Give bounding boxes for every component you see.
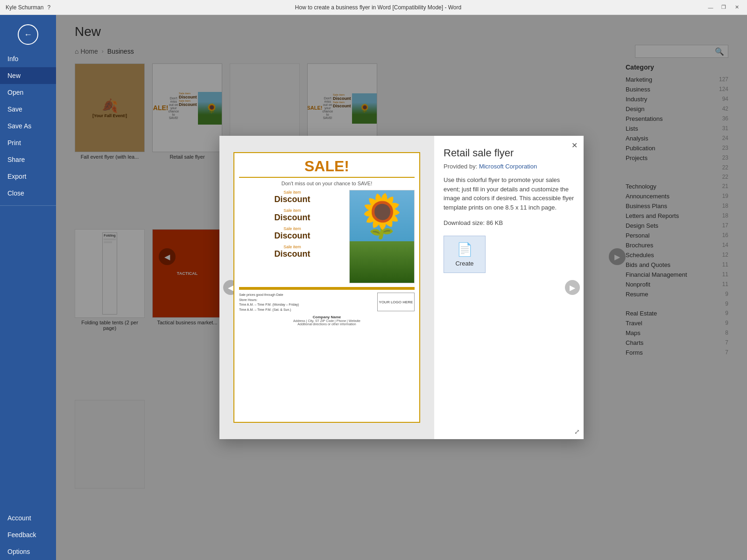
modal-provider-link[interactable]: Microsoft Corporation bbox=[479, 163, 537, 170]
sidebar-item-options[interactable]: Options bbox=[0, 543, 56, 560]
flyer-item-label-3: Sale item bbox=[239, 226, 345, 231]
sidebar-item-account[interactable]: Account bbox=[0, 510, 56, 526]
sidebar-item-save[interactable]: Save bbox=[0, 101, 56, 118]
titlebar-controls: — ❐ ✕ bbox=[706, 3, 741, 12]
flyer-items: Sale item Discount Sale item Discount Sa… bbox=[239, 190, 345, 283]
back-button[interactable]: ← bbox=[18, 24, 38, 45]
size-toggle-icon[interactable]: ⤢ bbox=[574, 428, 580, 435]
sidebar-bottom: Account Feedback Options bbox=[0, 510, 56, 560]
flyer-item-value-4: Discount bbox=[239, 249, 345, 259]
titlebar-user: Kyle Schurman ? bbox=[6, 4, 50, 11]
flyer-item-label-1: Sale item bbox=[239, 190, 345, 195]
flyer-address: Address | City, ST ZIP Code | Phone | We… bbox=[239, 319, 415, 322]
flyer-item-value-1: Discount bbox=[239, 195, 345, 204]
flyer-content: Sale item Discount Sale item Discount Sa… bbox=[239, 190, 415, 283]
flyer-bottom-bar bbox=[239, 287, 415, 290]
close-button[interactable]: ✕ bbox=[732, 3, 741, 12]
flyer-item-label-4: Sale item bbox=[239, 245, 345, 249]
sidebar-item-share[interactable]: Share bbox=[0, 151, 56, 168]
minimize-button[interactable]: — bbox=[706, 3, 715, 12]
modal-provider: Provided by: Microsoft Corporation bbox=[444, 163, 574, 170]
modal-next-arrow[interactable]: ▶ bbox=[565, 280, 580, 295]
main-content: New ⌂ Home › Business 🔍 🍂 [Your Fall E bbox=[56, 15, 747, 560]
flyer-directions: Additional directions or other informati… bbox=[239, 322, 415, 326]
sidebar: ← Info New Open Save Save As Print Share… bbox=[0, 15, 56, 560]
sidebar-item-close[interactable]: Close bbox=[0, 185, 56, 202]
flyer-title: SALE! bbox=[239, 158, 415, 175]
modal-preview-area: ◀ SALE! Don't miss out on your chance to… bbox=[219, 136, 434, 439]
flyer-item-3: Sale item Discount bbox=[239, 226, 345, 241]
flyer-item-1: Sale item Discount bbox=[239, 190, 345, 204]
create-button[interactable]: 📄 Create bbox=[444, 236, 486, 273]
modal: ✕ ◀ SALE! Don't miss out on your chance … bbox=[219, 136, 584, 439]
modal-description: Use this colorful flyer to promote your … bbox=[444, 175, 574, 212]
sidebar-item-print[interactable]: Print bbox=[0, 134, 56, 151]
flyer-item-value-3: Discount bbox=[239, 231, 345, 241]
flyer-item-label-2: Sale item bbox=[239, 208, 345, 213]
restore-button[interactable]: ❐ bbox=[719, 3, 728, 12]
document-icon: 📄 bbox=[457, 242, 473, 257]
flyer-store-info: Sale prices good through Date Store Hour… bbox=[239, 293, 299, 312]
help-icon[interactable]: ? bbox=[47, 4, 50, 11]
sidebar-item-save-as[interactable]: Save As bbox=[0, 118, 56, 134]
sidebar-item-feedback[interactable]: Feedback bbox=[0, 526, 56, 543]
flyer-info-row: Sale prices good through Date Store Hour… bbox=[239, 293, 415, 312]
modal-overlay: ✕ ◀ SALE! Don't miss out on your chance … bbox=[56, 15, 747, 560]
flyer-image: 🌻 bbox=[349, 190, 415, 283]
flyer-item-2: Sale item Discount bbox=[239, 208, 345, 223]
flyer-divider-top bbox=[239, 177, 415, 178]
create-label: Create bbox=[455, 260, 473, 267]
modal-info-panel: Retail sale flyer Provided by: Microsoft… bbox=[434, 136, 584, 439]
flyer-company-name: Company Name bbox=[239, 315, 415, 319]
app-container: ← Info New Open Save Save As Print Share… bbox=[0, 15, 747, 560]
flyer-item-value-2: Discount bbox=[239, 213, 345, 223]
flyer-subtitle: Don't miss out on your chance to SAVE! bbox=[239, 181, 415, 186]
sidebar-item-open[interactable]: Open bbox=[0, 84, 56, 101]
flyer-item-4: Sale item Discount bbox=[239, 245, 345, 259]
modal-close-button[interactable]: ✕ bbox=[569, 140, 580, 151]
titlebar-title: How to create a business flyer in Word [… bbox=[50, 4, 706, 11]
user-name: Kyle Schurman bbox=[6, 4, 43, 11]
sidebar-item-new[interactable]: New bbox=[0, 67, 56, 84]
sidebar-divider bbox=[0, 205, 56, 206]
sidebar-item-export[interactable]: Export bbox=[0, 168, 56, 185]
flyer-logo-box: YOUR LOGO HERE bbox=[377, 293, 415, 311]
modal-download-size: Download size: 86 KB bbox=[444, 219, 574, 226]
modal-template-title: Retail sale flyer bbox=[444, 147, 574, 159]
sidebar-item-info[interactable]: Info bbox=[0, 50, 56, 67]
titlebar: Kyle Schurman ? How to create a business… bbox=[0, 0, 747, 15]
flyer-preview: SALE! Don't miss out on your chance to S… bbox=[233, 152, 420, 423]
